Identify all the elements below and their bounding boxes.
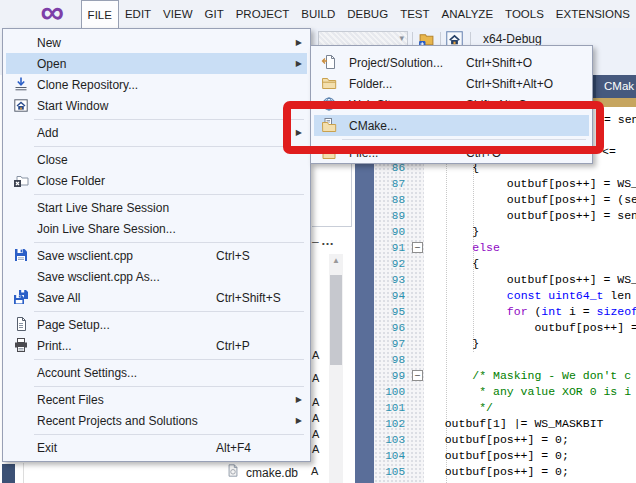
line-number: 97 [374,336,405,352]
line-number: 96 [374,320,405,336]
file-menu-item-save-wsclient-cpp[interactable]: Save wsclient.cppCtrl+S [6,245,307,266]
code-text: */ [424,400,493,416]
visual-studio-logo-icon: ∞ [32,1,73,27]
file-menu-item-recent-files[interactable]: Recent Files▶ [6,389,307,410]
menu-item-label: Save All [37,291,80,305]
overflow-ellipsis-icon[interactable]: … [321,233,335,248]
solution-explorer-scrollbar[interactable]: ▲ [329,254,343,483]
line-number: 88 [374,192,405,208]
start-window-icon [13,97,29,113]
file-menu-item-start-window[interactable]: Start Window [6,95,307,116]
page-setup-icon [13,316,29,332]
line-number: 95 [374,304,405,320]
menubar-item-tools[interactable]: TOOLS [499,0,550,28]
line-number: 93 [374,272,405,288]
annotation-rectangle [283,101,604,154]
line-number: 100 [374,384,405,400]
file-menu-item-open[interactable]: Open▶ [6,53,307,74]
line-number: 87 [374,176,405,192]
code-line-96: 96 outbuf[pos++] = [355,320,636,336]
code-line-102: 102 outbuf[1] |= WS_MASKBIT [355,416,636,432]
code-line-91: 91 else [355,240,636,256]
menu-item-label: Account Settings... [37,366,137,380]
file-menu-item-save-all[interactable]: Save AllCtrl+Shift+S [6,287,307,308]
line-number: 90 [374,224,405,240]
database-file-icon [226,463,240,482]
code-text: { [424,256,479,272]
line-number: 103 [374,432,405,448]
file-menu-item-page-setup[interactable]: Page Setup... [6,314,307,335]
save-all-icon [13,289,29,305]
file-menu-item-save-wsclient-cpp-as[interactable]: Save wsclient.cpp As... [6,266,307,287]
code-line-94: 94 const uint64_t len = [355,288,636,304]
tree-guide-line [23,463,24,483]
code-line-97: 97 } [355,336,636,352]
menubar-item-test[interactable]: TEST [394,0,435,28]
file-menu-item-clone-repository[interactable]: Clone Repository... [6,74,307,95]
file-menu-item-new[interactable]: New▶ [6,32,307,53]
scroll-up-arrow-icon[interactable]: ▲ [332,256,340,265]
menu-bar: ∞ FILEEDITVIEWGITPROJECTBUILDDEBUGTESTAN… [0,0,636,28]
menubar-item-build[interactable]: BUILD [295,0,341,28]
pane-border [312,226,352,227]
code-line-99: 99 /* Masking - We don't c [355,368,636,384]
line-number: 92 [374,256,405,272]
code-text: const uint64_t len = [424,288,636,304]
window-edge [2,464,15,483]
tree-item-cmake-db[interactable]: cmake.db [226,463,298,482]
menubar-item-analyze[interactable]: ANALYZE [436,0,500,28]
file-menu-item-close[interactable]: Close [6,149,307,170]
code-line-98: 98 [355,352,636,368]
menu-item-label: Close [37,153,68,167]
menu-item-shortcut: Ctrl+P [216,339,250,353]
open-submenu-item-folder[interactable]: Folder...Ctrl+Shift+Alt+O [314,73,589,94]
git-status-letter: A [312,428,319,440]
line-number: 104 [374,448,405,464]
project-solution-icon [321,54,337,70]
menu-item-label: Save wsclient.cpp As... [37,270,160,284]
menu-item-shortcut: Ctrl+Shift+O [466,56,532,70]
clipped-code-fragment: <= [602,144,623,160]
file-menu-item-join-live-share-session[interactable]: Join Live Share Session... [6,218,307,239]
document-tab-strip: CMak [593,75,636,98]
file-menu-item-add[interactable]: Add▶ [6,122,307,143]
code-text: outbuf[pos++] = 0; [424,464,569,480]
code-line-87: 87 outbuf[pos++] = WS_ [355,176,636,192]
git-status-letter: A [312,372,319,384]
line-number: 94 [374,288,405,304]
menu-item-label: Start Live Share Session [37,201,169,215]
menubar-item-project[interactable]: PROJECT [230,0,296,28]
file-menu-item-account-settings[interactable]: Account Settings... [6,362,307,383]
code-text: outbuf[pos++] = sen [424,208,636,224]
menu-bar-items: FILEEDITVIEWGITPROJECTBUILDDEBUGTESTANAL… [81,0,636,28]
code-text: outbuf[1] |= WS_MASKBIT [424,416,603,432]
menu-item-label: Close Folder [37,174,105,188]
menu-item-shortcut: Ctrl+S [216,249,250,263]
menubar-item-file[interactable]: FILE [81,0,119,28]
git-status-letter: A [312,412,319,424]
file-menu-item-start-live-share-session[interactable]: Start Live Share Session [6,197,307,218]
menubar-item-view[interactable]: VIEW [157,0,198,28]
menu-item-label: Print... [37,339,72,353]
file-menu-item-exit[interactable]: ExitAlt+F4 [6,437,307,458]
configuration-dropdown[interactable]: x64-Debug [483,32,542,46]
file-menu-item-print[interactable]: Print...Ctrl+P [6,335,307,356]
menu-item-label: Recent Files [37,393,104,407]
chevron-down-icon: ▾ [399,33,404,43]
submenu-arrow-icon: ▶ [296,395,302,404]
file-menu-item-close-folder[interactable]: Close Folder [6,170,307,191]
tab-cmake-file[interactable]: CMak [596,75,636,98]
open-submenu-item-project-solution[interactable]: Project/Solution...Ctrl+Shift+O [314,52,589,73]
menu-item-label: Clone Repository... [37,78,138,92]
menubar-item-extensions[interactable]: EXTENSIONS [550,0,636,28]
close-folder-icon [13,172,29,188]
code-line-93: 93 outbuf[pos++] = WS_ [355,272,636,288]
menu-item-shortcut: Alt+F4 [216,441,251,455]
menubar-item-debug[interactable]: DEBUG [341,0,394,28]
file-menu-item-recent-projects-and-solutions[interactable]: Recent Projects and Solutions▶ [6,410,307,431]
menubar-item-edit[interactable]: EDIT [119,0,157,28]
code-text: outbuf[pos++] = WS_ [424,272,636,288]
menubar-item-git[interactable]: GIT [199,0,230,28]
scrollbar-thumb[interactable] [330,275,342,365]
code-text: /* Masking - We don't c [424,368,631,384]
